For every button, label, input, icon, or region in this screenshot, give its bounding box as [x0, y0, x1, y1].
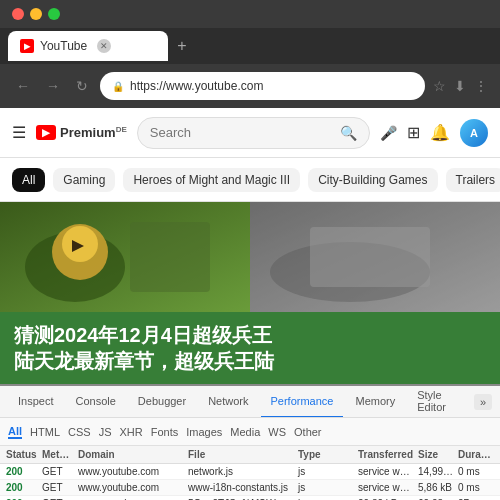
maximize-button[interactable]	[48, 8, 60, 20]
cell-status: 200	[4, 482, 40, 493]
header-file: File	[186, 449, 296, 460]
header-type: Type	[296, 449, 356, 460]
table-row[interactable]: 200 GET www.youtube.com network.js js se…	[0, 464, 500, 480]
network-table: Status Met… Domain File Type Transferred…	[0, 446, 500, 500]
address-bar: ← → ↻ 🔒 https://www.youtube.com ☆ ⬇ ⋮	[0, 64, 500, 108]
category-bar: All Gaming Heroes of Might and Magic III…	[0, 158, 500, 202]
devtools-tab-memory[interactable]: Memory	[345, 386, 405, 418]
cell-duration: 0 ms	[456, 466, 496, 477]
close-button[interactable]	[12, 8, 24, 20]
devtools-overflow[interactable]: »	[474, 394, 492, 410]
search-button[interactable]: 🔍	[340, 125, 357, 141]
youtube-logo[interactable]: ▶ PremiumDE	[36, 125, 127, 140]
back-button[interactable]: ←	[12, 74, 34, 98]
forward-button[interactable]: →	[42, 74, 64, 98]
cell-transferred: service w…	[356, 482, 416, 493]
devtools-panel: Inspect Console Debugger Network Perform…	[0, 384, 500, 500]
filter-fonts[interactable]: Fonts	[151, 426, 179, 438]
video-thumbnails	[0, 202, 500, 312]
filter-css[interactable]: CSS	[68, 426, 91, 438]
category-all[interactable]: All	[12, 168, 45, 192]
cast-icon[interactable]: ⊞	[407, 123, 420, 142]
network-filter-tabs: All HTML CSS JS XHR Fonts Images Media W…	[0, 418, 500, 446]
network-table-header: Status Met… Domain File Type Transferred…	[0, 446, 500, 464]
url-field[interactable]: 🔒 https://www.youtube.com	[100, 72, 425, 100]
cell-domain: www.youtube.com	[76, 482, 186, 493]
tab-title: YouTube	[40, 39, 87, 53]
thumbnail-right[interactable]	[250, 202, 500, 312]
cell-type: js	[296, 482, 356, 493]
url-text: https://www.youtube.com	[130, 79, 413, 93]
devtools-tab-debugger[interactable]: Debugger	[128, 386, 196, 418]
devtools-tab-performance[interactable]: Performance	[261, 386, 344, 418]
star-icon[interactable]: ☆	[433, 78, 446, 94]
filter-other[interactable]: Other	[294, 426, 322, 438]
devtools-tab-network[interactable]: Network	[198, 386, 258, 418]
menu-icon[interactable]: ⋮	[474, 78, 488, 94]
youtube-favicon: ▶	[20, 39, 34, 53]
svg-rect-5	[130, 222, 210, 292]
cell-status: 200	[4, 466, 40, 477]
download-icon[interactable]: ⬇	[454, 78, 466, 94]
cell-transferred: service w…	[356, 466, 416, 477]
video-banner: 猜测2024年12月4日超级兵王 陆天龙最新章节，超级兵王陆	[0, 312, 500, 384]
devtools-tab-inspector[interactable]: Inspect	[8, 386, 63, 418]
header-icons: ⊞ 🔔 A	[407, 119, 488, 147]
user-avatar[interactable]: A	[460, 119, 488, 147]
cell-domain: www.youtube.com	[76, 466, 186, 477]
devtools-tab-bar: Inspect Console Debugger Network Perform…	[0, 386, 500, 418]
cell-file: network.js	[186, 466, 296, 477]
thumbnail-left[interactable]	[0, 202, 250, 312]
filter-images[interactable]: Images	[186, 426, 222, 438]
title-bar	[0, 0, 500, 28]
minimize-button[interactable]	[30, 8, 42, 20]
youtube-icon: ▶	[36, 125, 56, 140]
header-method: Met…	[40, 449, 76, 460]
new-tab-button[interactable]: +	[168, 32, 196, 60]
cell-type: js	[296, 466, 356, 477]
notifications-icon[interactable]: 🔔	[430, 123, 450, 142]
youtube-premium-label: PremiumDE	[60, 125, 127, 140]
microphone-icon[interactable]: 🎤	[380, 125, 397, 141]
cell-size: 14,99 kB	[416, 466, 456, 477]
devtools-tab-style-editor[interactable]: Style Editor	[407, 386, 472, 418]
tab-close-button[interactable]: ✕	[97, 39, 111, 53]
category-city-building[interactable]: City-Building Games	[308, 168, 437, 192]
cell-file: www-i18n-constants.js	[186, 482, 296, 493]
header-transferred: Transferred	[356, 449, 416, 460]
header-size: Size	[416, 449, 456, 460]
devtools-controls: »	[474, 394, 492, 410]
address-actions: ☆ ⬇ ⋮	[433, 78, 488, 94]
filter-js[interactable]: JS	[99, 426, 112, 438]
category-heroes[interactable]: Heroes of Might and Magic III	[123, 168, 300, 192]
banner-subtitle: 陆天龙最新章节，超级兵王陆	[14, 348, 486, 374]
svg-rect-9	[310, 227, 430, 287]
filter-html[interactable]: HTML	[30, 426, 60, 438]
header-duration: Duration	[456, 449, 496, 460]
filter-xhr[interactable]: XHR	[119, 426, 142, 438]
traffic-lights	[12, 8, 60, 20]
category-gaming[interactable]: Gaming	[53, 168, 115, 192]
tab-bar: ▶ YouTube ✕ +	[0, 28, 500, 64]
lock-icon: 🔒	[112, 81, 124, 92]
filter-all[interactable]: All	[8, 425, 22, 439]
filter-ws[interactable]: WS	[268, 426, 286, 438]
category-trailers[interactable]: Trailers	[446, 168, 501, 192]
search-input[interactable]	[150, 125, 340, 140]
header-domain: Domain	[76, 449, 186, 460]
table-row[interactable]: 200 GET www.google.com 5Gun2TJSo1iAfQWmw…	[0, 496, 500, 500]
cell-size: 5,86 kB	[416, 482, 456, 493]
banner-title: 猜测2024年12月4日超级兵王	[14, 322, 486, 348]
cell-duration: 0 ms	[456, 482, 496, 493]
filter-media[interactable]: Media	[230, 426, 260, 438]
hamburger-menu[interactable]: ☰	[12, 123, 26, 142]
devtools-tab-console[interactable]: Console	[65, 386, 125, 418]
browser-tab-youtube[interactable]: ▶ YouTube ✕	[8, 31, 168, 61]
search-bar[interactable]: 🔍	[137, 117, 370, 149]
youtube-header: ☰ ▶ PremiumDE 🔍 🎤 ⊞ 🔔 A	[0, 108, 500, 158]
table-row[interactable]: 200 GET www.youtube.com www-i18n-constan…	[0, 480, 500, 496]
network-rows: 200 GET www.youtube.com network.js js se…	[0, 464, 500, 500]
header-status: Status	[4, 449, 40, 460]
cell-method: GET	[40, 482, 76, 493]
refresh-button[interactable]: ↻	[72, 74, 92, 98]
